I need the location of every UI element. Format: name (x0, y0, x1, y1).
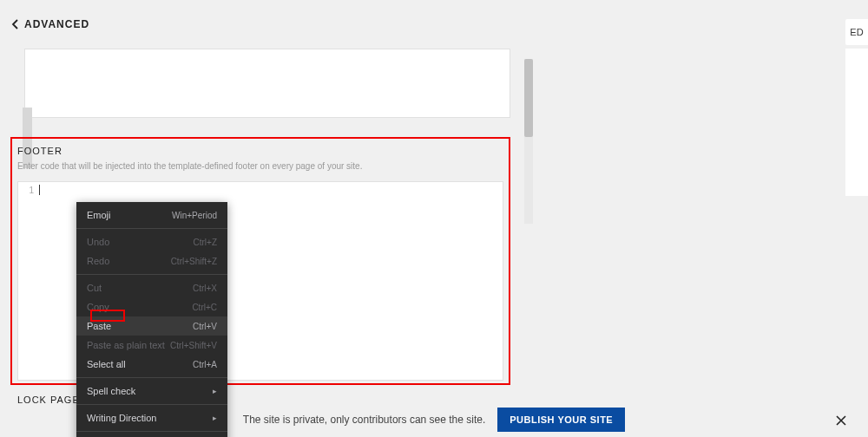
menu-item-shortcut: Ctrl+V (193, 322, 217, 331)
lock-page-label: LOCK PAGE (17, 395, 80, 405)
menu-item-label: Paste (87, 321, 111, 331)
menu-item-shortcut: Ctrl+Shift+V (170, 341, 217, 350)
menu-item-label: Writing Direction (87, 413, 157, 423)
privacy-text: The site is private, only contributors c… (243, 414, 485, 426)
context-menu-item-select-all[interactable]: Select allCtrl+A (76, 355, 227, 374)
menu-item-label: Redo (87, 256, 109, 266)
context-menu-item-cut: CutCtrl+X (76, 278, 227, 297)
context-menu-item-undo: UndoCtrl+Z (76, 232, 227, 251)
menu-item-shortcut: Ctrl+C (192, 303, 217, 312)
menu-item-shortcut: Win+Period (172, 211, 217, 220)
menu-separator (76, 404, 227, 405)
footer-label: FOOTER (17, 146, 503, 156)
context-menu: EmojiWin+PeriodUndoCtrl+ZRedoCtrl+Shift+… (76, 202, 227, 437)
menu-separator (76, 377, 227, 378)
scrollbar-thumb[interactable] (524, 59, 533, 137)
scrollbar-track[interactable] (524, 59, 533, 224)
line-number: 1 (22, 186, 34, 195)
close-icon[interactable] (833, 413, 849, 428)
context-menu-item-spell-check[interactable]: Spell check▸ (76, 382, 227, 401)
header: ADVANCED (0, 0, 868, 49)
menu-item-label: Copy (87, 302, 109, 312)
context-menu-item-writing-direction[interactable]: Writing Direction▸ (76, 408, 227, 427)
menu-item-shortcut: Ctrl+Z (194, 238, 218, 247)
menu-item-label: Undo (87, 237, 109, 247)
menu-item-label: Select all (87, 359, 126, 369)
chevron-left-icon[interactable] (9, 17, 23, 31)
context-menu-item-paste-as-plain-text: Paste as plain textCtrl+Shift+V (76, 336, 227, 355)
context-menu-item-paste[interactable]: PasteCtrl+V (76, 316, 227, 336)
menu-item-label: Spell check (87, 386, 135, 396)
context-menu-item-redo: RedoCtrl+Shift+Z (76, 251, 227, 271)
publish-button[interactable]: PUBLISH YOUR SITE (497, 408, 625, 432)
chevron-right-icon: ▸ (213, 414, 217, 422)
sidebar-tab[interactable]: ED (845, 19, 868, 45)
text-cursor (39, 185, 40, 195)
context-menu-item-emoji[interactable]: EmojiWin+Period (76, 205, 227, 225)
sidebar-tab-label: ED (850, 27, 863, 37)
menu-item-shortcut: Ctrl+X (193, 284, 217, 293)
menu-item-label: Paste as plain text (87, 340, 165, 350)
menu-item-shortcut: Ctrl+A (193, 360, 217, 369)
menu-item-shortcut: Ctrl+Shift+Z (171, 257, 217, 266)
menu-separator (76, 431, 227, 432)
menu-separator (76, 228, 227, 229)
chevron-right-icon: ▸ (213, 387, 217, 395)
menu-item-label: Cut (87, 283, 102, 293)
menu-item-label: Emoji (87, 210, 111, 220)
context-menu-item-copy: CopyCtrl+C (76, 297, 227, 316)
menu-separator (76, 274, 227, 275)
page-title[interactable]: ADVANCED (24, 18, 89, 30)
content-area (0, 49, 868, 118)
header-code-editor[interactable] (24, 49, 510, 118)
footer-description: Enter code that will be injected into th… (17, 161, 503, 171)
